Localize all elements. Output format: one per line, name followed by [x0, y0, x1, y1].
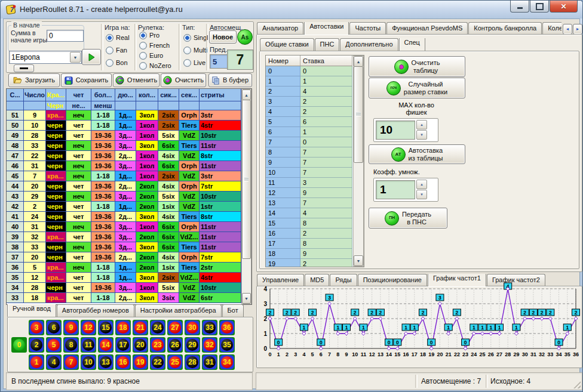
history-row-40[interactable]: 4031черннеч19-363д...1кол6sixOrph11str: [7, 222, 251, 232]
number-button-31[interactable]: 31: [202, 354, 217, 370]
bet-row-12[interactable]: 129: [266, 188, 364, 198]
bet-value-cell[interactable]: 1: [300, 76, 352, 87]
number-button-34[interactable]: 34: [219, 354, 235, 370]
bet-value-cell[interactable]: 9: [300, 188, 352, 198]
history-row-50[interactable]: 5010чернчет1-181д...1кол2sixTiers4str: [7, 121, 251, 131]
history-scrollbar[interactable]: ▲ ▼: [241, 89, 251, 304]
bet-row-2[interactable]: 24: [266, 87, 364, 97]
combo-dropdown-icon[interactable]: ▼: [70, 52, 81, 63]
transfer-to-pns-button[interactable]: ПН Передать в ПНС: [369, 208, 447, 229]
undo-button[interactable]: Отменить: [113, 73, 159, 87]
clear-button[interactable]: Очистить: [161, 73, 206, 87]
bottom-tab-1[interactable]: Управление: [257, 274, 304, 286]
bet-value-cell[interactable]: 7: [300, 147, 352, 158]
save-button[interactable]: Сохранить: [61, 73, 112, 87]
input-tab-4[interactable]: Бот: [222, 304, 244, 317]
number-button-14[interactable]: 14: [98, 337, 113, 353]
bet-value-cell[interactable]: 4: [300, 87, 352, 97]
number-button-28[interactable]: 28: [185, 354, 200, 370]
radio-bon[interactable]: Bon: [106, 58, 130, 67]
number-button-4[interactable]: 4: [46, 354, 62, 370]
bet-row-7[interactable]: 70: [266, 137, 364, 147]
bottom-tab-3[interactable]: Ряды: [330, 274, 357, 286]
autoshift-icon[interactable]: As: [237, 29, 253, 45]
history-row-34[interactable]: 3428чернчет19-363д...1кол5sixVdZ10str: [7, 283, 251, 293]
scroll-up-icon[interactable]: ▲: [354, 56, 363, 67]
number-button-2[interactable]: 2: [29, 337, 44, 353]
bet-row-10[interactable]: 107: [266, 168, 364, 178]
number-button-22[interactable]: 22: [150, 354, 165, 370]
number-button-11[interactable]: 11: [81, 337, 96, 353]
autobet-from-table-button[interactable]: АТ Автоставка из таблицы: [369, 144, 465, 164]
number-button-8[interactable]: 8: [63, 337, 79, 353]
bet-value-cell[interactable]: 7: [300, 198, 352, 208]
radio-multi[interactable]: Multi: [183, 45, 208, 55]
bet-row-15[interactable]: 158: [266, 218, 364, 229]
bet-row-13[interactable]: 137: [266, 198, 364, 208]
bet-row-1[interactable]: 11: [266, 76, 364, 87]
bets-scrollbar[interactable]: ▲ ▼: [353, 55, 364, 267]
bet-row-19[interactable]: 192: [266, 259, 364, 267]
autobets-tab-3[interactable]: Дополнительно: [340, 38, 398, 51]
bet-row-4[interactable]: 42: [266, 107, 364, 117]
analyzer-tab-2[interactable]: Автоставки: [304, 22, 349, 35]
bet-row-8[interactable]: 87: [266, 147, 364, 158]
number-button-29[interactable]: 29: [185, 337, 200, 353]
number-button-35[interactable]: 35: [219, 337, 235, 353]
spin-up-icon[interactable]: ▲: [416, 120, 427, 129]
number-button-18[interactable]: 18: [115, 320, 131, 335]
scroll-down-icon[interactable]: ▼: [354, 255, 363, 266]
history-row-42[interactable]: 422чернчет1-181д...2кол1sixVdZ1str: [7, 202, 251, 212]
number-button-27[interactable]: 27: [167, 320, 183, 335]
number-button-0[interactable]: 0: [11, 337, 27, 353]
minimize-button[interactable]: [510, 1, 529, 13]
number-button-7[interactable]: 7: [63, 354, 79, 370]
number-button-3[interactable]: 3: [29, 320, 44, 335]
history-row-47[interactable]: 4722чернчет19-362д...1кол4sixVdZ8str: [7, 151, 251, 161]
start-button[interactable]: [82, 49, 101, 65]
title-bar[interactable]: 7 HelperRoullet 8.71 - create helperroul…: [1, 1, 582, 18]
tab-scroll-left-icon[interactable]: ◂: [563, 24, 572, 35]
bet-value-cell[interactable]: 2: [300, 259, 352, 267]
bet-value-cell[interactable]: 2: [300, 97, 352, 107]
spin-up-icon[interactable]: ▲: [416, 180, 427, 189]
number-button-13[interactable]: 13: [98, 354, 113, 370]
bets-header-value[interactable]: Ставка: [300, 55, 352, 66]
number-button-20[interactable]: 20: [133, 337, 148, 353]
tab-scroll-right-icon[interactable]: ▸: [573, 24, 582, 35]
bet-row-18[interactable]: 189: [266, 249, 364, 259]
analyzer-tab-1[interactable]: Анализатор: [257, 22, 303, 35]
number-button-12[interactable]: 12: [81, 320, 96, 335]
collapse-button[interactable]: [14, 64, 34, 72]
max-chips-input[interactable]: 10: [376, 121, 415, 140]
history-scroll-thumb[interactable]: [242, 100, 251, 259]
autobets-tab-1[interactable]: Общие ставки: [260, 38, 314, 51]
number-button-33[interactable]: 33: [202, 320, 217, 335]
number-button-24[interactable]: 24: [150, 320, 165, 335]
clear-bet-table-button[interactable]: Очистить таблицу: [369, 56, 465, 77]
bet-value-cell[interactable]: 7: [300, 168, 352, 178]
new-button[interactable]: Новое: [209, 30, 237, 44]
radio-nozero[interactable]: NoZero: [139, 61, 171, 70]
history-row-48[interactable]: 4833черннеч19-363д...3кол6sixTiers11str: [7, 141, 251, 151]
preset-combobox[interactable]: 1Европа ▼: [9, 51, 82, 64]
number-button-21[interactable]: 21: [133, 320, 148, 335]
bet-value-cell[interactable]: 1: [300, 127, 352, 137]
close-button[interactable]: ✕: [550, 1, 578, 13]
bet-row-17[interactable]: 178: [266, 239, 364, 249]
number-button-5[interactable]: 5: [46, 337, 62, 353]
history-row-36[interactable]: 365кра...неч1-181д...2кол1sixTiers2str: [7, 263, 251, 273]
history-row-35[interactable]: 3512кра...чет1-181д...3кол2sixVdZ...4str: [7, 273, 251, 283]
history-row-46[interactable]: 4631черннеч19-363д...1кол6sixOrph11str: [7, 161, 251, 171]
bet-row-11[interactable]: 113: [266, 178, 364, 188]
radio-pro[interactable]: Pro: [139, 30, 171, 40]
bottom-tab-6[interactable]: График частот2: [487, 274, 545, 286]
history-row-37[interactable]: 3720чернчет19-362д...2кол4sixOrph7str: [7, 252, 251, 263]
analyzer-tab-3[interactable]: Частоты: [349, 22, 386, 35]
random-bet-size-button[interactable]: гсч Случайный размер ставки: [369, 78, 465, 98]
number-button-1[interactable]: 1: [29, 354, 44, 370]
bet-row-0[interactable]: 00: [266, 66, 364, 76]
number-button-23[interactable]: 23: [150, 337, 165, 353]
bet-value-cell[interactable]: 6: [300, 117, 352, 127]
resize-grip[interactable]: [573, 381, 581, 388]
